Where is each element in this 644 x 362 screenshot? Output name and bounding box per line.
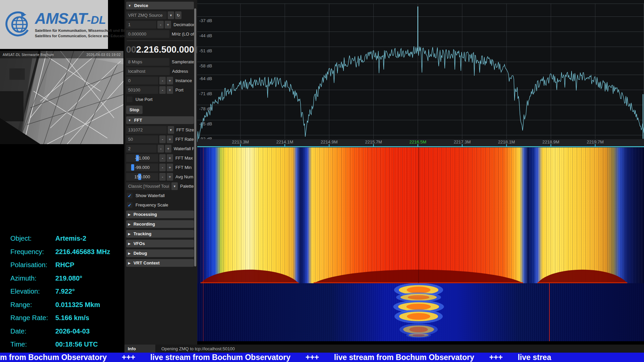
log-level-chip[interactable]: Info — [124, 345, 155, 353]
decrement-button[interactable]: - — [158, 145, 164, 153]
news-ticker: m from Bochum Observatory +++ live strea… — [0, 353, 644, 362]
dropdown-arrow-button[interactable]: ▼ — [171, 182, 178, 190]
svg-text:2216.5M: 2216.5M — [409, 139, 426, 144]
app-root: AMSAT-DL Satelliten für Kommunikation, W… — [0, 0, 644, 362]
telemetry-label: Elevation: — [10, 288, 55, 295]
input-mhz-lo-of[interactable]: 0.000000 — [126, 30, 169, 38]
waterfall-history-region — [197, 283, 644, 341]
increment-button[interactable]: + — [167, 173, 173, 181]
dropdown-palette[interactable]: Classic [Youssef Toui — [126, 182, 170, 190]
input-fft-size[interactable]: 131072 — [126, 126, 167, 134]
decrement-button[interactable]: - — [159, 135, 166, 143]
slider-fft-max[interactable]: -31.000 — [126, 154, 158, 162]
input-port[interactable]: 50100 — [126, 86, 158, 94]
checkbox-row-frequency-scale: ✓Frequency Scale — [126, 201, 194, 209]
input-fft-rate[interactable]: 50 — [126, 135, 158, 143]
chevron-down-icon: ▼ — [128, 119, 131, 122]
refresh-button[interactable]: ↻ — [175, 11, 181, 19]
slider-avg-num[interactable]: 150.000 — [126, 173, 158, 181]
fft-spectrum-plot[interactable]: -37 dB-44 dB-51 dB-58 dB-64 dB-71 dB-78 … — [197, 0, 644, 147]
row-fft-min: -99.000-+FFT Min — [126, 164, 194, 171]
section-header-vfos[interactable]: ▶VFOs — [126, 240, 194, 247]
decrement-button[interactable]: - — [159, 77, 166, 84]
row-waterfall-r: 2-+Waterfall R — [126, 145, 194, 153]
field-label-decimation: Decimation — [173, 22, 194, 27]
section-header-recording[interactable]: ▶Recording — [126, 220, 194, 228]
row-palette: Classic [Youssef Toui▼Palette — [126, 182, 194, 190]
increment-button[interactable]: + — [167, 77, 173, 84]
checkbox-use-port[interactable] — [127, 97, 132, 102]
decrement-button[interactable]: - — [159, 164, 166, 171]
input-instance[interactable]: 0 — [126, 77, 158, 84]
telemetry-label: Date: — [10, 327, 55, 335]
webcam-caption: AMSAT-DL Sternwarte Bochum — [3, 53, 54, 57]
decrement-button[interactable]: - — [159, 86, 166, 94]
interference-line-right — [549, 283, 550, 341]
telemetry-row-time: Time:00:18:56 UTC — [10, 338, 121, 351]
section-header-fft[interactable]: ▼FFT — [126, 116, 194, 124]
telemetry-label: Object: — [10, 235, 55, 242]
telemetry-value: 0.011325 Mkm — [55, 301, 100, 309]
input-waterfall-r[interactable]: 2 — [126, 145, 157, 153]
slider-value: -31.000 — [135, 156, 150, 161]
telemetry-label: Frequency: — [10, 248, 55, 256]
interference-line-left — [203, 147, 204, 341]
input-address[interactable]: localhost — [126, 67, 170, 75]
increment-button[interactable]: + — [167, 164, 173, 171]
increment-button[interactable]: + — [165, 145, 171, 153]
increment-button[interactable]: + — [167, 86, 173, 94]
telemetry-row-range-rate: Range Rate:5.166 km/s — [10, 311, 121, 325]
dropdown-arrow-button[interactable]: ▼ — [168, 126, 174, 134]
dropdown-vrt-zmq-source[interactable]: VRT ZMQ Source — [126, 11, 167, 19]
svg-text:-71 dB: -71 dB — [199, 91, 212, 96]
slider-value: 150.000 — [135, 174, 150, 179]
increment-button[interactable]: + — [167, 135, 173, 143]
brand-name: AMSAT-DL — [35, 11, 135, 26]
checkbox-label: Use Port — [136, 97, 153, 102]
dropdown-arrow-button[interactable]: ▼ — [168, 11, 174, 19]
field-label-mhz-lo-of: MHz (LO of — [172, 32, 194, 37]
section-title: Recording — [133, 222, 155, 227]
section-title: FFT — [134, 118, 142, 123]
decrement-button[interactable]: - — [159, 173, 166, 181]
section-header-processing[interactable]: ▶Processing — [126, 210, 194, 218]
telemetry-label: Azimuth: — [10, 275, 55, 282]
sdr-control-panel: ▼DeviceVRT ZMQ Source▼↻1-+Decimation0.00… — [124, 0, 197, 345]
field-label-fft-min: FFT Min — [175, 165, 194, 170]
increment-button[interactable]: + — [167, 154, 173, 162]
checkbox-show-waterfall[interactable]: ✓ — [127, 193, 132, 198]
section-title: Tracking — [133, 231, 151, 236]
checkbox-frequency-scale[interactable]: ✓ — [127, 202, 132, 208]
slider-fft-min[interactable]: -99.000 — [126, 164, 158, 171]
logo-subtitle-en: Satellites for Communication, Science an… — [35, 34, 135, 39]
telemetry-row-polarisation: Polarisation:RHCP — [10, 258, 121, 272]
svg-text:-44 dB: -44 dB — [199, 33, 212, 38]
slider-value: -99.000 — [135, 165, 150, 170]
section-header-debug[interactable]: ▶Debug — [126, 249, 194, 257]
increment-button[interactable]: + — [165, 21, 171, 28]
section-header-device[interactable]: ▼Device — [126, 2, 194, 9]
panel-scrollbar[interactable] — [194, 8, 196, 266]
svg-text:2218.1M: 2218.1M — [498, 139, 515, 144]
svg-text:2214.9M: 2214.9M — [321, 139, 338, 144]
row-instance: 0-+Instance — [126, 77, 194, 84]
row-fft-rate: 50-+FFT Rate — [126, 135, 194, 143]
decrement-button[interactable]: - — [157, 21, 164, 28]
row-address: localhostAddress — [126, 67, 194, 75]
input-decimation[interactable]: 1 — [126, 21, 156, 28]
frequency-display[interactable]: 002.216.500.000Hz — [126, 44, 194, 55]
chevron-right-icon: ▶ — [128, 223, 130, 226]
row-vrt-zmq-source: VRT ZMQ Source▼↻ — [126, 11, 194, 19]
chevron-right-icon: ▶ — [128, 242, 130, 245]
telemetry-row-date: Date:2026-04-03 — [10, 325, 121, 338]
section-header-tracking[interactable]: ▶Tracking — [126, 230, 194, 238]
section-header-vrt-context[interactable]: ▶VRT Context — [126, 259, 194, 267]
decrement-button[interactable]: - — [159, 154, 166, 162]
globe-icon — [5, 11, 32, 38]
slider-handle[interactable] — [131, 164, 134, 171]
input-samplerate[interactable]: 8 Msps — [126, 58, 169, 66]
center-frequency-line — [418, 147, 419, 283]
waterfall-display[interactable] — [197, 147, 644, 341]
status-bar: Info Opening ZMQ to tcp://localhost:5010… — [124, 345, 644, 353]
stop-button[interactable]: Stop — [126, 106, 143, 114]
